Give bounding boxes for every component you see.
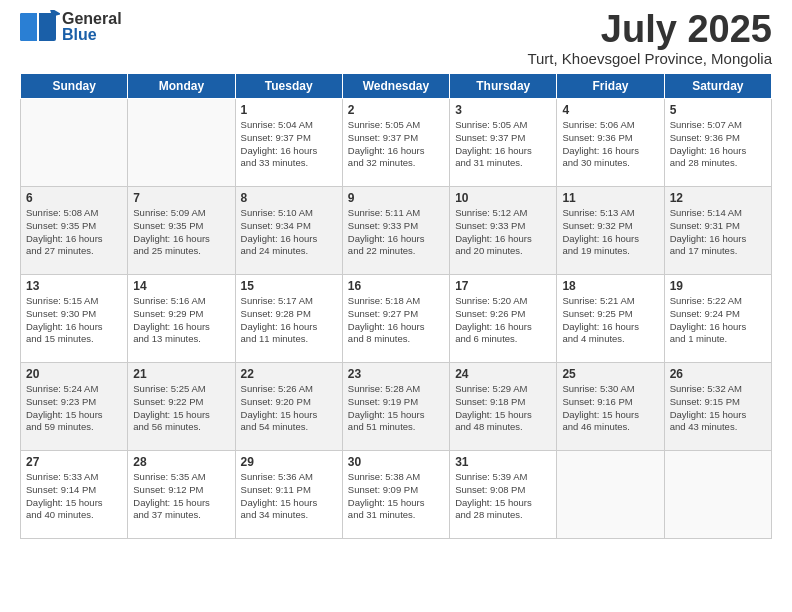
day-details: Sunrise: 5:22 AM Sunset: 9:24 PM Dayligh… xyxy=(670,295,766,346)
day-details: Sunrise: 5:07 AM Sunset: 9:36 PM Dayligh… xyxy=(670,119,766,170)
day-header-thursday: Thursday xyxy=(450,74,557,99)
day-number: 14 xyxy=(133,279,229,293)
day-number: 1 xyxy=(241,103,337,117)
calendar-cell: 20Sunrise: 5:24 AM Sunset: 9:23 PM Dayli… xyxy=(21,363,128,451)
day-header-tuesday: Tuesday xyxy=(235,74,342,99)
calendar-cell: 3Sunrise: 5:05 AM Sunset: 9:37 PM Daylig… xyxy=(450,99,557,187)
day-number: 7 xyxy=(133,191,229,205)
calendar-cell: 16Sunrise: 5:18 AM Sunset: 9:27 PM Dayli… xyxy=(342,275,449,363)
calendar-header-row: SundayMondayTuesdayWednesdayThursdayFrid… xyxy=(21,74,772,99)
calendar-cell xyxy=(557,451,664,539)
calendar-cell: 18Sunrise: 5:21 AM Sunset: 9:25 PM Dayli… xyxy=(557,275,664,363)
calendar-cell: 21Sunrise: 5:25 AM Sunset: 9:22 PM Dayli… xyxy=(128,363,235,451)
day-number: 10 xyxy=(455,191,551,205)
calendar-cell: 29Sunrise: 5:36 AM Sunset: 9:11 PM Dayli… xyxy=(235,451,342,539)
day-number: 19 xyxy=(670,279,766,293)
day-number: 18 xyxy=(562,279,658,293)
calendar-cell: 19Sunrise: 5:22 AM Sunset: 9:24 PM Dayli… xyxy=(664,275,771,363)
calendar-cell: 31Sunrise: 5:39 AM Sunset: 9:08 PM Dayli… xyxy=(450,451,557,539)
page-header: General Blue July 2025 Turt, Khoevsgoel … xyxy=(20,10,772,67)
day-number: 15 xyxy=(241,279,337,293)
day-details: Sunrise: 5:04 AM Sunset: 9:37 PM Dayligh… xyxy=(241,119,337,170)
day-details: Sunrise: 5:06 AM Sunset: 9:36 PM Dayligh… xyxy=(562,119,658,170)
calendar-table: SundayMondayTuesdayWednesdayThursdayFrid… xyxy=(20,73,772,539)
day-number: 27 xyxy=(26,455,122,469)
day-details: Sunrise: 5:08 AM Sunset: 9:35 PM Dayligh… xyxy=(26,207,122,258)
calendar-cell: 26Sunrise: 5:32 AM Sunset: 9:15 PM Dayli… xyxy=(664,363,771,451)
day-details: Sunrise: 5:29 AM Sunset: 9:18 PM Dayligh… xyxy=(455,383,551,434)
month-year-title: July 2025 xyxy=(527,10,772,48)
calendar-cell: 24Sunrise: 5:29 AM Sunset: 9:18 PM Dayli… xyxy=(450,363,557,451)
day-number: 13 xyxy=(26,279,122,293)
calendar-cell: 12Sunrise: 5:14 AM Sunset: 9:31 PM Dayli… xyxy=(664,187,771,275)
day-header-wednesday: Wednesday xyxy=(342,74,449,99)
day-details: Sunrise: 5:15 AM Sunset: 9:30 PM Dayligh… xyxy=(26,295,122,346)
day-header-saturday: Saturday xyxy=(664,74,771,99)
calendar-week-row: 6Sunrise: 5:08 AM Sunset: 9:35 PM Daylig… xyxy=(21,187,772,275)
day-number: 12 xyxy=(670,191,766,205)
day-details: Sunrise: 5:26 AM Sunset: 9:20 PM Dayligh… xyxy=(241,383,337,434)
day-number: 20 xyxy=(26,367,122,381)
day-number: 31 xyxy=(455,455,551,469)
calendar-cell: 10Sunrise: 5:12 AM Sunset: 9:33 PM Dayli… xyxy=(450,187,557,275)
day-details: Sunrise: 5:33 AM Sunset: 9:14 PM Dayligh… xyxy=(26,471,122,522)
day-details: Sunrise: 5:05 AM Sunset: 9:37 PM Dayligh… xyxy=(348,119,444,170)
day-number: 22 xyxy=(241,367,337,381)
calendar-cell xyxy=(21,99,128,187)
day-details: Sunrise: 5:11 AM Sunset: 9:33 PM Dayligh… xyxy=(348,207,444,258)
day-details: Sunrise: 5:18 AM Sunset: 9:27 PM Dayligh… xyxy=(348,295,444,346)
day-details: Sunrise: 5:17 AM Sunset: 9:28 PM Dayligh… xyxy=(241,295,337,346)
day-number: 28 xyxy=(133,455,229,469)
day-number: 9 xyxy=(348,191,444,205)
calendar-cell: 14Sunrise: 5:16 AM Sunset: 9:29 PM Dayli… xyxy=(128,275,235,363)
title-section: July 2025 Turt, Khoevsgoel Province, Mon… xyxy=(527,10,772,67)
calendar-cell: 11Sunrise: 5:13 AM Sunset: 9:32 PM Dayli… xyxy=(557,187,664,275)
day-number: 11 xyxy=(562,191,658,205)
logo-general: General xyxy=(62,10,122,27)
day-details: Sunrise: 5:10 AM Sunset: 9:34 PM Dayligh… xyxy=(241,207,337,258)
day-details: Sunrise: 5:39 AM Sunset: 9:08 PM Dayligh… xyxy=(455,471,551,522)
calendar-week-row: 1Sunrise: 5:04 AM Sunset: 9:37 PM Daylig… xyxy=(21,99,772,187)
calendar-week-row: 13Sunrise: 5:15 AM Sunset: 9:30 PM Dayli… xyxy=(21,275,772,363)
day-number: 23 xyxy=(348,367,444,381)
day-number: 8 xyxy=(241,191,337,205)
calendar-cell xyxy=(128,99,235,187)
calendar-cell: 8Sunrise: 5:10 AM Sunset: 9:34 PM Daylig… xyxy=(235,187,342,275)
calendar-cell: 25Sunrise: 5:30 AM Sunset: 9:16 PM Dayli… xyxy=(557,363,664,451)
day-details: Sunrise: 5:32 AM Sunset: 9:15 PM Dayligh… xyxy=(670,383,766,434)
day-number: 5 xyxy=(670,103,766,117)
calendar-cell: 7Sunrise: 5:09 AM Sunset: 9:35 PM Daylig… xyxy=(128,187,235,275)
day-details: Sunrise: 5:35 AM Sunset: 9:12 PM Dayligh… xyxy=(133,471,229,522)
day-number: 17 xyxy=(455,279,551,293)
calendar-week-row: 20Sunrise: 5:24 AM Sunset: 9:23 PM Dayli… xyxy=(21,363,772,451)
calendar-cell: 2Sunrise: 5:05 AM Sunset: 9:37 PM Daylig… xyxy=(342,99,449,187)
day-details: Sunrise: 5:20 AM Sunset: 9:26 PM Dayligh… xyxy=(455,295,551,346)
day-details: Sunrise: 5:30 AM Sunset: 9:16 PM Dayligh… xyxy=(562,383,658,434)
calendar-cell: 27Sunrise: 5:33 AM Sunset: 9:14 PM Dayli… xyxy=(21,451,128,539)
calendar-cell: 1Sunrise: 5:04 AM Sunset: 9:37 PM Daylig… xyxy=(235,99,342,187)
day-details: Sunrise: 5:12 AM Sunset: 9:33 PM Dayligh… xyxy=(455,207,551,258)
calendar-cell: 17Sunrise: 5:20 AM Sunset: 9:26 PM Dayli… xyxy=(450,275,557,363)
day-number: 16 xyxy=(348,279,444,293)
day-number: 6 xyxy=(26,191,122,205)
day-number: 26 xyxy=(670,367,766,381)
day-details: Sunrise: 5:38 AM Sunset: 9:09 PM Dayligh… xyxy=(348,471,444,522)
day-number: 29 xyxy=(241,455,337,469)
calendar-cell: 15Sunrise: 5:17 AM Sunset: 9:28 PM Dayli… xyxy=(235,275,342,363)
calendar-cell: 22Sunrise: 5:26 AM Sunset: 9:20 PM Dayli… xyxy=(235,363,342,451)
day-details: Sunrise: 5:09 AM Sunset: 9:35 PM Dayligh… xyxy=(133,207,229,258)
calendar-cell: 9Sunrise: 5:11 AM Sunset: 9:33 PM Daylig… xyxy=(342,187,449,275)
day-details: Sunrise: 5:36 AM Sunset: 9:11 PM Dayligh… xyxy=(241,471,337,522)
day-details: Sunrise: 5:28 AM Sunset: 9:19 PM Dayligh… xyxy=(348,383,444,434)
calendar-cell: 5Sunrise: 5:07 AM Sunset: 9:36 PM Daylig… xyxy=(664,99,771,187)
calendar-cell: 30Sunrise: 5:38 AM Sunset: 9:09 PM Dayli… xyxy=(342,451,449,539)
day-header-friday: Friday xyxy=(557,74,664,99)
logo: General Blue xyxy=(20,10,122,44)
day-details: Sunrise: 5:14 AM Sunset: 9:31 PM Dayligh… xyxy=(670,207,766,258)
day-header-sunday: Sunday xyxy=(21,74,128,99)
calendar-cell xyxy=(664,451,771,539)
day-number: 25 xyxy=(562,367,658,381)
day-details: Sunrise: 5:24 AM Sunset: 9:23 PM Dayligh… xyxy=(26,383,122,434)
day-number: 3 xyxy=(455,103,551,117)
calendar-week-row: 27Sunrise: 5:33 AM Sunset: 9:14 PM Dayli… xyxy=(21,451,772,539)
